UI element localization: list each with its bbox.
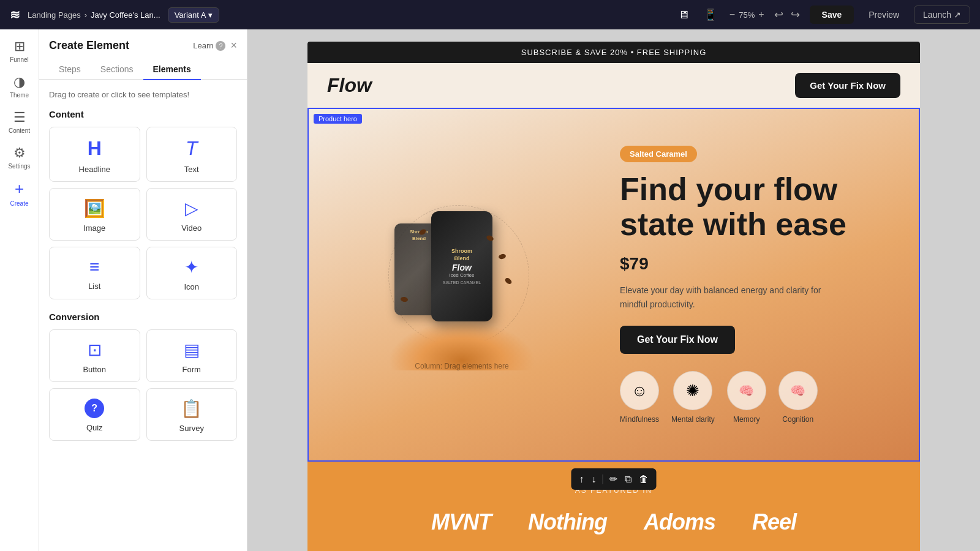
element-button[interactable]: ⊡ Button [49, 329, 140, 382]
main-layout: ⊞ Funnel ◑ Theme ☰ Content ⚙ Settings + … [0, 29, 980, 551]
sidebar-item-create[interactable]: + Create [3, 176, 36, 209]
delete-element-button[interactable]: 🗑 [636, 473, 652, 486]
theme-icon: ◑ [13, 74, 25, 90]
headline-label: Headline [79, 165, 110, 174]
create-element-panel: Create Element Learn ? × Steps Sections … [39, 29, 247, 551]
element-headline[interactable]: H Headline [49, 127, 140, 182]
icon-label: Icon [184, 282, 199, 291]
device-toggle: 🖥 📱 [673, 6, 722, 24]
hero-nav: Flow Get Your Fix Now [307, 63, 920, 108]
mobile-view-button[interactable]: 📱 [699, 6, 722, 24]
preview-button[interactable]: Preview [861, 10, 907, 20]
launch-button[interactable]: Launch ↗ [914, 6, 970, 24]
zoom-control: − 75% + [729, 9, 764, 20]
tab-elements[interactable]: Elements [143, 59, 201, 80]
sidebar-item-settings[interactable]: ⚙ Settings [3, 141, 36, 174]
panel-tabs: Steps Sections Elements [39, 52, 247, 80]
edit-element-button[interactable]: ✏ [606, 472, 620, 486]
quiz-icon: ? [85, 399, 104, 418]
benefit-mental-clarity: ✺ Mental clarity [671, 371, 715, 424]
headline-icon: H [88, 137, 102, 160]
tab-steps[interactable]: Steps [49, 59, 91, 80]
panel-title: Create Element [49, 39, 129, 52]
sidebar-content-label: Content [9, 127, 30, 134]
settings-icon: ⚙ [13, 145, 26, 161]
sidebar-item-funnel[interactable]: ⊞ Funnel [3, 34, 36, 67]
sidebar-settings-label: Settings [8, 163, 30, 170]
redo-button[interactable]: ↪ [788, 6, 802, 24]
form-icon: ▤ [184, 340, 200, 360]
sidebar-icons: ⊞ Funnel ◑ Theme ☰ Content ⚙ Settings + … [0, 29, 39, 551]
product-description: Elevate your day with balanced energy an… [620, 283, 828, 311]
save-button[interactable]: Save [810, 6, 854, 24]
sidebar-item-content[interactable]: ☰ Content [3, 105, 36, 138]
mental-clarity-label: Mental clarity [671, 415, 715, 424]
cognition-label: Cognition [782, 415, 813, 424]
close-panel-button[interactable]: × [230, 39, 237, 52]
quiz-label: Quiz [86, 423, 103, 432]
canvas-area[interactable]: SUBSCRIBE & SAVE 20% • FREE SHIPPING Flo… [247, 29, 980, 551]
memory-icon: 🧠 [727, 371, 766, 410]
product-image: ShroomBlend ShroomBlend Flow Iced Coffee… [382, 199, 541, 370]
featured-logo-nothing: Nothing [528, 509, 607, 535]
image-label: Image [83, 223, 105, 233]
text-label: Text [184, 165, 199, 174]
element-text[interactable]: T Text [146, 127, 238, 182]
content-icon: ☰ [13, 110, 26, 126]
copy-element-button[interactable]: ⧉ [622, 473, 635, 486]
sidebar-create-label: Create [10, 200, 28, 207]
memory-label: Memory [733, 415, 760, 424]
hero-right-column: Salted Caramel Find your flow state with… [608, 133, 899, 436]
element-survey[interactable]: 📋 Survey [146, 388, 238, 441]
sidebar-item-theme[interactable]: ◑ Theme [3, 70, 36, 103]
sidebar-funnel-label: Funnel [10, 56, 29, 63]
zoom-in-button[interactable]: + [758, 9, 764, 20]
help-icon: ? [216, 41, 225, 51]
create-icon: + [15, 179, 24, 198]
video-label: Video [181, 223, 202, 233]
breadcrumb-current: Javy Coffee's Lan... [91, 10, 160, 20]
announcement-bar: SUBSCRIBE & SAVE 20% • FREE SHIPPING [307, 42, 920, 63]
landing-page: SUBSCRIBE & SAVE 20% • FREE SHIPPING Flo… [307, 42, 920, 551]
product-hero-section[interactable]: Product hero [307, 108, 920, 462]
element-form[interactable]: ▤ Form [146, 329, 238, 382]
breadcrumb-parent[interactable]: Landing Pages [28, 10, 81, 20]
undo-redo-controls: ↩ ↪ [772, 6, 802, 24]
product-headline: Find your flow state with ease [620, 172, 887, 242]
undo-button[interactable]: ↩ [772, 6, 786, 24]
video-icon: ▷ [185, 198, 198, 219]
product-price: $79 [620, 254, 887, 274]
list-label: List [88, 282, 100, 291]
product-cta-button[interactable]: Get Your Fix Now [620, 326, 735, 354]
sidebar-theme-label: Theme [10, 92, 29, 99]
desktop-view-button[interactable]: 🖥 [673, 6, 694, 24]
icon-element-icon: ✦ [184, 257, 198, 277]
benefit-icons: ☺ Mindfulness ✺ Mental clarity 🧠 Memory [620, 371, 887, 424]
element-video[interactable]: ▷ Video [146, 188, 238, 241]
mental-clarity-icon: ✺ [673, 371, 712, 410]
content-section-title: Content [49, 109, 237, 119]
element-icon[interactable]: ✦ Icon [146, 247, 238, 299]
zoom-out-button[interactable]: − [729, 9, 735, 20]
tab-sections[interactable]: Sections [91, 59, 143, 80]
move-up-button[interactable]: ↑ [576, 473, 587, 486]
product-hero-inner: ShroomBlend ShroomBlend Flow Iced Coffee… [309, 109, 919, 460]
cognition-icon: 🧠 [778, 371, 818, 410]
survey-icon: 📋 [181, 399, 202, 419]
element-list[interactable]: ≡ List [49, 247, 140, 299]
variant-selector[interactable]: Variant A ▾ [168, 7, 220, 23]
drag-hint-text: Drag to create or click to see templates… [49, 90, 237, 99]
app-logo: ≋ [10, 7, 20, 22]
element-quiz[interactable]: ? Quiz [49, 388, 140, 441]
section-type-label: Product hero [314, 114, 362, 124]
hero-left-column[interactable]: ShroomBlend ShroomBlend Flow Iced Coffee… [328, 187, 595, 383]
element-image[interactable]: 🖼️ Image [49, 188, 140, 241]
text-icon: T [186, 137, 198, 160]
move-down-button[interactable]: ↓ [589, 473, 600, 486]
list-icon: ≡ [89, 257, 99, 277]
learn-button[interactable]: Learn ? [193, 41, 225, 51]
mindfulness-icon: ☺ [620, 371, 659, 410]
featured-logo-mvnt: MVNT [431, 509, 491, 535]
nav-cta-button[interactable]: Get Your Fix Now [795, 73, 900, 98]
breadcrumb: Landing Pages › Javy Coffee's Lan... [28, 10, 160, 20]
